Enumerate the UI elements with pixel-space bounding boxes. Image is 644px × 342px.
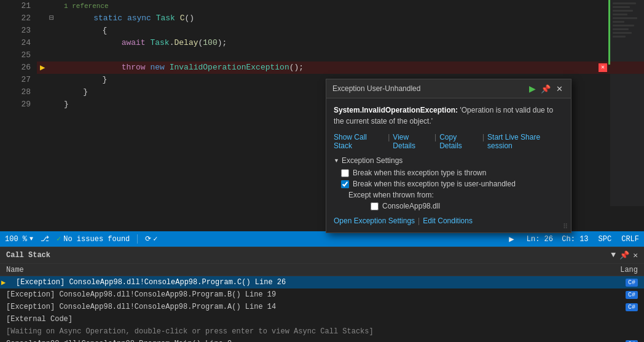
dll-label: ConsoleApp98.dll (382, 202, 440, 210)
edit-conditions-link[interactable]: Edit Conditions (423, 217, 473, 225)
line-num-26: 26 (0, 62, 31, 74)
break-unhandled-checkbox[interactable] (341, 180, 349, 188)
panel-close-button[interactable]: ✕ (633, 250, 638, 260)
dll-row: ConsoleApp98.dll (348, 202, 564, 210)
panel-down-arrow[interactable]: ▼ (611, 250, 616, 260)
stack-row-1[interactable]: [Exception] ConsoleApp98.dll!ConsoleApp9… (0, 288, 644, 301)
line-num-21: 21 (0, 0, 31, 12)
exception-popup: Exception User-Unhandled ▶ 📌 ✕ System.In… (326, 79, 571, 233)
git-change-indicator (608, 0, 610, 65)
line-numbers: 21 22 23 24 25 26 27 28 29 (0, 0, 37, 206)
line-num-23: 23 (0, 25, 31, 37)
status-bar: 100 % ▼ ⎇ ✓ No issues found ⟳ ✓ ▶ Ln: 26… (0, 231, 644, 247)
stack-arrow-0: ▶ (1, 278, 6, 287)
break-thrown-label: Break when this exception type is thrown (353, 169, 486, 177)
line-ref-21: 1 reference (64, 0, 109, 12)
code-line-22: ⊟ static async Task C () (37, 12, 644, 25)
line-ending[interactable]: CRLF (621, 235, 639, 244)
stack-lang-2: C# (607, 303, 638, 311)
view-details-link[interactable]: View Details (393, 133, 431, 150)
stack-text-1: [Exception] ConsoleApp98.dll!ConsoleApp9… (6, 290, 607, 299)
break-unhandled-label: Break when this exception type is user-u… (353, 180, 516, 188)
show-call-stack-link[interactable]: Show Call Stack (334, 133, 385, 150)
settings-header: ▼ Exception Settings (334, 156, 564, 165)
status-right: ▶ Ln: 26 Ch: 13 SPC CRLF (509, 234, 639, 244)
zoom-value: 100 % (5, 235, 27, 244)
call-stack-panel: Call Stack ▼ 📌 ✕ Name Lang ▶ [Exception]… (0, 247, 644, 342)
except-label: Except when thrown from: (348, 191, 564, 199)
open-exception-settings-link[interactable]: Open Exception Settings (334, 217, 415, 225)
copy-details-link[interactable]: Copy Details (439, 133, 479, 150)
checkbox-row-1: Break when this exception type is thrown (334, 169, 564, 177)
stack-text-5: ConsoleApp98.dll!ConsoleApp98.Program.Ma… (6, 340, 607, 342)
dll-checkbox[interactable] (371, 202, 379, 210)
popup-controls: ▶ 📌 ✕ (527, 83, 565, 94)
col-name-header: Name (6, 266, 607, 274)
panel-pin-button[interactable]: 📌 (619, 250, 629, 260)
code-line-25 (37, 49, 644, 62)
except-when-section: Except when thrown from: ConsoleApp98.dl… (334, 191, 564, 210)
line-num-25: 25 (0, 49, 31, 62)
popup-body: System.InvalidOperationException: 'Opera… (326, 98, 571, 233)
code-line-26: ▶ throw new InvalidOperationException ()… (37, 62, 644, 74)
popup-close-button[interactable]: ✕ (554, 83, 565, 94)
stack-text-0: [Exception] ConsoleApp98.dll!ConsoleApp9… (6, 278, 607, 287)
code-line-23: { (37, 25, 644, 37)
code-line-21: 1 reference (37, 0, 644, 12)
panel-controls: ▼ 📌 ✕ (611, 250, 638, 260)
git-icon: ⎇ (41, 234, 49, 244)
stack-text-3: [External Code] (6, 315, 607, 324)
stack-text-2: [Exception] ConsoleApp98.dll!ConsoleApp9… (6, 303, 607, 311)
exception-type: System.InvalidOperationException: (334, 106, 458, 114)
popup-continue-button[interactable]: ▶ (527, 83, 538, 94)
stack-row-2[interactable]: [Exception] ConsoleApp98.dll!ConsoleApp9… (0, 301, 644, 313)
no-issues-text: No issues found (63, 235, 130, 244)
exception-settings: ▼ Exception Settings Break when this exc… (334, 156, 564, 226)
col-lang-header: Lang (607, 266, 638, 274)
sync-icon2: ✓ (153, 234, 157, 244)
call-stack-list[interactable]: ▶ [Exception] ConsoleApp98.dll!ConsoleAp… (0, 276, 644, 342)
zoom-level[interactable]: 100 % ▼ (5, 235, 33, 244)
line-num-29: 29 (0, 98, 31, 111)
stack-row-4[interactable]: [Waiting on Async Operation, double-clic… (0, 325, 644, 338)
line-num-24: 24 (0, 37, 31, 49)
line-num-22: 22 (0, 12, 31, 25)
zoom-dropdown-icon: ▼ (29, 236, 33, 242)
stack-lang-1: C# (607, 290, 638, 299)
panel-columns: Name Lang (0, 264, 644, 276)
line-num-27: 27 (0, 74, 31, 86)
sync-icon: ⟳ (145, 234, 151, 244)
git-branch-sync[interactable]: ⟳ ✓ (145, 234, 157, 244)
stack-row-5[interactable]: ConsoleApp98.dll!ConsoleApp98.Program.Ma… (0, 338, 644, 342)
break-thrown-checkbox[interactable] (341, 169, 349, 177)
popup-header: Exception User-Unhandled ▶ 📌 ✕ (326, 79, 571, 98)
panel-header: Call Stack ▼ 📌 ✕ (0, 247, 644, 264)
resize-handle[interactable]: ⠿ (563, 223, 568, 231)
panel-title: Call Stack (6, 251, 50, 260)
stack-row-3[interactable]: [External Code] (0, 313, 644, 325)
bottom-links: Open Exception Settings | Edit Condition… (334, 214, 564, 226)
exception-message: System.InvalidOperationException: 'Opera… (334, 105, 564, 127)
stack-lang-5: C# (607, 340, 638, 342)
checkbox-row-2: Break when this exception type is user-u… (334, 180, 564, 188)
check-icon: ✓ (57, 234, 61, 244)
encoding[interactable]: SPC (599, 235, 612, 244)
live-share-link[interactable]: Start Live Share session (487, 133, 564, 150)
arrow-indicator: ▶ (40, 62, 45, 74)
settings-label: Exception Settings (342, 156, 402, 165)
stack-lang-0: C# (607, 278, 638, 287)
no-issues-indicator[interactable]: ✓ No issues found (57, 234, 138, 244)
popup-title: Exception User-Unhandled (332, 84, 420, 93)
line-num-28: 28 (0, 86, 31, 98)
stack-row-0[interactable]: ▶ [Exception] ConsoleApp98.dll!ConsoleAp… (0, 276, 644, 288)
error-badge: ✕ (599, 63, 607, 72)
popup-links: Show Call Stack | View Details | Copy De… (334, 133, 564, 150)
code-line-24: await Task . Delay ( 100 ); (37, 37, 644, 49)
play-button[interactable]: ▶ (509, 234, 514, 244)
ln-ch: Ln: 26 Ch: 13 (527, 235, 589, 244)
stack-text-4: [Waiting on Async Operation, double-clic… (6, 327, 607, 336)
triangle-icon: ▼ (334, 157, 339, 164)
popup-pin-button[interactable]: 📌 (540, 83, 551, 94)
collapse-22[interactable]: ⊟ (49, 12, 54, 25)
